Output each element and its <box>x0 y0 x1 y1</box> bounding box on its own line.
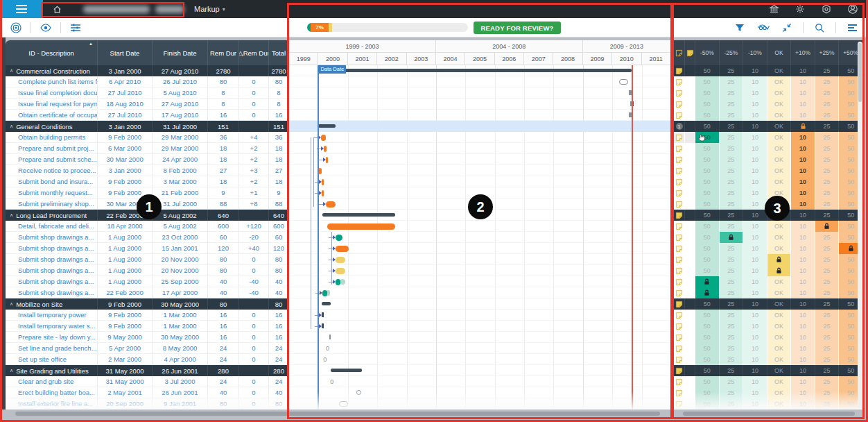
row-note-cell[interactable] <box>685 210 695 221</box>
row-note-cell[interactable] <box>685 298 695 310</box>
markup-cell[interactable]: 10 <box>791 221 815 232</box>
row-comment-cell[interactable] <box>674 376 685 387</box>
row-note-cell[interactable] <box>685 398 695 410</box>
row-note-cell[interactable] <box>685 254 695 265</box>
table-row[interactable]: Obtain building permits9 Feb 200029 Mar … <box>6 132 289 143</box>
markup-cell[interactable]: 10 <box>743 199 767 210</box>
ready-for-review-button[interactable]: READY FOR REVIEW? <box>474 22 561 34</box>
markup-cell[interactable]: 50 <box>695 187 720 199</box>
collapse-chevron-icon[interactable]: ∧ <box>10 124 13 129</box>
row-note-cell[interactable] <box>685 132 695 143</box>
markup-cell[interactable]: 25 <box>815 343 840 354</box>
markup-row[interactable]: 502510OK102550 <box>674 99 863 110</box>
eye-icon[interactable] <box>38 20 53 35</box>
row-comment-cell[interactable] <box>674 199 685 210</box>
markup-cell[interactable]: 50 <box>695 199 720 210</box>
markup-cell[interactable]: 25 <box>720 354 744 365</box>
table-row[interactable]: Set up site office2 Mar 20004 Apr 200024… <box>6 354 289 365</box>
markup-cell[interactable]: 25 <box>720 65 744 76</box>
markup-column-header[interactable]: OK <box>767 40 792 65</box>
markup-cell[interactable]: 10 <box>791 143 815 154</box>
markup-row[interactable]: 502510OK1025 <box>674 243 863 254</box>
markup-cell[interactable]: 25 <box>815 199 840 210</box>
markup-cell[interactable]: OK <box>767 310 792 321</box>
markup-cell[interactable]: 25 <box>815 132 840 143</box>
markup-cell[interactable]: 50 <box>695 121 720 132</box>
gantt-bar[interactable] <box>322 179 324 185</box>
row-comment-cell[interactable] <box>674 210 685 221</box>
column-header[interactable]: Finish Date <box>153 40 208 65</box>
markup-cell[interactable]: 10 <box>791 76 815 87</box>
gantt-bar[interactable] <box>336 268 345 274</box>
markup-row[interactable]: 502510OK102550 <box>674 176 863 187</box>
markup-cell[interactable]: OK <box>767 99 792 110</box>
timeline-year-label[interactable]: 2001 <box>348 53 377 65</box>
markup-cell[interactable]: OK <box>767 87 792 99</box>
markup-cell[interactable] <box>720 232 744 243</box>
markup-row[interactable]: 502510102550 <box>674 265 863 276</box>
row-comment-cell[interactable] <box>674 276 685 287</box>
markup-cell[interactable]: 25 <box>815 354 840 365</box>
table-row[interactable]: Submit shop drawings a...1 Aug 200020 No… <box>6 265 289 276</box>
markup-cell[interactable]: 10 <box>743 321 767 332</box>
table-row[interactable]: Complete punch list items f...6 Apr 2010… <box>6 76 289 87</box>
gantt-bar[interactable] <box>326 157 329 163</box>
markup-cell[interactable]: 10 <box>791 265 815 276</box>
markup-cell[interactable]: 25 <box>720 87 744 99</box>
collapse-chevron-icon[interactable]: ∧ <box>10 368 13 373</box>
table-row[interactable]: Submit shop drawings a...1 Aug 200020 No… <box>6 254 289 265</box>
row-comment-cell[interactable] <box>674 221 685 232</box>
markup-row[interactable]: 502510OK102550 <box>674 132 863 143</box>
markup-cell[interactable]: 25 <box>720 321 744 332</box>
markup-cell[interactable]: 25 <box>720 310 744 321</box>
markup-cell[interactable]: 10 <box>791 65 815 76</box>
markup-cell[interactable]: 25 <box>720 287 744 298</box>
row-note-cell[interactable] <box>685 176 695 187</box>
markup-cell[interactable]: 10 <box>791 232 815 243</box>
timeline-year-label[interactable]: 2007 <box>524 53 553 65</box>
timeline-year-label[interactable]: 2004 <box>436 53 465 65</box>
markup-cell[interactable]: 10 <box>791 321 815 332</box>
markup-cell[interactable]: 25 <box>815 365 840 376</box>
markup-cell[interactable]: 25 <box>815 65 840 76</box>
column-header[interactable]: Rem Dur <box>208 40 239 65</box>
markup-cell[interactable]: 25 <box>815 165 840 176</box>
row-note-cell[interactable] <box>685 110 695 121</box>
table-row[interactable]: Set line and grade bench...5 Apr 20008 M… <box>6 343 289 354</box>
timeline-year-label[interactable]: 2000 <box>318 53 347 65</box>
markup-row[interactable]: 1502510OK2550 <box>674 121 863 132</box>
gantt-outline-bar[interactable] <box>339 401 348 407</box>
markup-cell[interactable]: 25 <box>720 365 744 376</box>
gantt-outline-bar[interactable] <box>619 79 629 85</box>
markup-row[interactable]: 502510OK102550 <box>674 398 863 410</box>
markup-cell[interactable]: 10 <box>791 376 815 387</box>
sliders-icon[interactable] <box>68 20 83 35</box>
review-eye-icon[interactable] <box>756 20 771 35</box>
markup-row[interactable]: 502510OK102550 <box>674 321 863 332</box>
row-comment-cell[interactable] <box>674 99 685 110</box>
gantt-summary-bar[interactable] <box>322 213 395 217</box>
markup-cell[interactable]: 10 <box>743 165 767 176</box>
markup-column-header[interactable]: -10% <box>743 40 767 65</box>
gantt-summary-bar[interactable] <box>322 302 331 305</box>
table-row[interactable]: Obtain certificate of occupa...27 Jul 20… <box>6 110 289 121</box>
markup-cell[interactable]: 10 <box>743 343 767 354</box>
collapse-chevron-icon[interactable]: ∧ <box>10 212 13 218</box>
markup-cell[interactable]: 25 <box>815 121 840 132</box>
markup-cell[interactable]: 10 <box>791 354 815 365</box>
markup-cell[interactable]: 10 <box>791 332 815 343</box>
markup-cell[interactable]: 10 <box>743 154 767 165</box>
row-note-cell[interactable] <box>685 276 695 287</box>
markup-cell[interactable]: 50 <box>695 298 720 310</box>
markup-row[interactable]: 502510OK102550 <box>674 354 863 365</box>
markup-cell[interactable]: 10 <box>791 254 815 265</box>
gantt-bar[interactable] <box>322 312 324 317</box>
markup-cell[interactable]: 25 <box>720 165 744 176</box>
timeline-year-label[interactable]: 1999 <box>289 53 318 65</box>
gear-icon[interactable] <box>795 3 806 15</box>
markup-column-header[interactable]: -50% <box>695 40 720 65</box>
markup-cell[interactable]: 50 <box>695 265 720 276</box>
gantt-bar[interactable] <box>329 335 331 339</box>
markup-cell[interactable]: 25 <box>720 121 744 132</box>
row-note-cell[interactable] <box>685 143 695 154</box>
